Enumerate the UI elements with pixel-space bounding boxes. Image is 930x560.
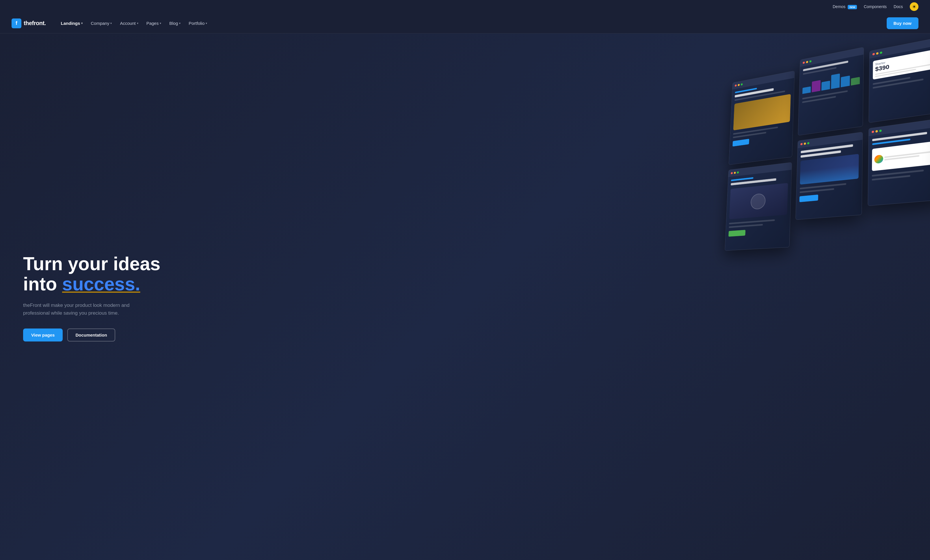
hero-title: Turn your ideas into success. — [23, 254, 173, 295]
mockup-card-1 — [729, 71, 795, 165]
nav-label-company: Company — [91, 21, 109, 26]
theme-toggle-button[interactable]: ☀ — [910, 2, 918, 11]
demos-label: Demos — [833, 4, 845, 9]
nav-links: Landings ▾ Company ▾ Account ▾ Pages ▾ B… — [57, 18, 887, 28]
documentation-button[interactable]: Documentation — [67, 328, 115, 342]
mockup-card-6 — [868, 118, 930, 206]
nav-item-account[interactable]: Account ▾ — [116, 18, 142, 28]
top-utility-bar: Demos new Components Docs ☀ — [0, 0, 930, 13]
nav-item-pages[interactable]: Pages ▾ — [143, 18, 165, 28]
nav-label-pages: Pages — [146, 21, 159, 26]
logo[interactable]: f thefront. — [12, 18, 46, 28]
docs-label: Docs — [894, 4, 903, 9]
mockup-card-2 — [798, 47, 864, 136]
nav-label-account: Account — [120, 21, 135, 26]
mockup-card-4 — [725, 162, 792, 251]
new-badge: new — [848, 5, 857, 9]
chevron-down-icon: ▾ — [206, 21, 207, 25]
hero-subtitle: theFront will make your product look mod… — [23, 301, 145, 317]
hero-visuals: Starter $390 — [687, 34, 930, 560]
components-label: Components — [864, 4, 887, 9]
buy-now-button[interactable]: Buy now — [887, 17, 919, 29]
hero-buttons: View pages Documentation — [23, 328, 173, 342]
chevron-down-icon: ▾ — [160, 21, 161, 25]
chevron-down-icon: ▾ — [137, 21, 139, 25]
nav-item-blog[interactable]: Blog ▾ — [166, 18, 184, 28]
logo-text: thefront. — [24, 20, 46, 26]
mockup-card-5 — [795, 132, 863, 220]
main-navbar: f thefront. Landings ▾ Company ▾ Account… — [0, 13, 930, 34]
nav-item-landings[interactable]: Landings ▾ — [57, 18, 86, 28]
hero-content: Turn your ideas into success. theFront w… — [23, 254, 173, 342]
nav-item-portfolio[interactable]: Portfolio ▾ — [185, 18, 211, 28]
mockup-card-3: Starter $390 — [869, 37, 930, 123]
nav-label-blog: Blog — [169, 21, 178, 26]
hero-title-accent: success. — [62, 274, 140, 295]
sun-icon: ☀ — [912, 4, 916, 9]
hero-title-line2-prefix: into — [23, 274, 62, 295]
nav-label-landings: Landings — [61, 21, 80, 26]
nav-label-portfolio: Portfolio — [189, 21, 205, 26]
logo-icon: f — [12, 18, 22, 28]
nav-item-company[interactable]: Company ▾ — [87, 18, 115, 28]
chevron-down-icon: ▾ — [81, 21, 83, 25]
hero-section: Turn your ideas into success. theFront w… — [0, 34, 930, 560]
chevron-down-icon: ▾ — [179, 21, 180, 25]
components-link[interactable]: Components — [864, 4, 887, 9]
demos-link[interactable]: Demos new — [833, 4, 857, 9]
mockup-grid: Starter $390 — [688, 34, 930, 560]
docs-link[interactable]: Docs — [894, 4, 903, 9]
view-pages-button[interactable]: View pages — [23, 328, 63, 342]
hero-title-line1: Turn your ideas — [23, 253, 160, 274]
nav-right: Buy now — [887, 17, 919, 29]
chevron-down-icon: ▾ — [110, 21, 112, 25]
